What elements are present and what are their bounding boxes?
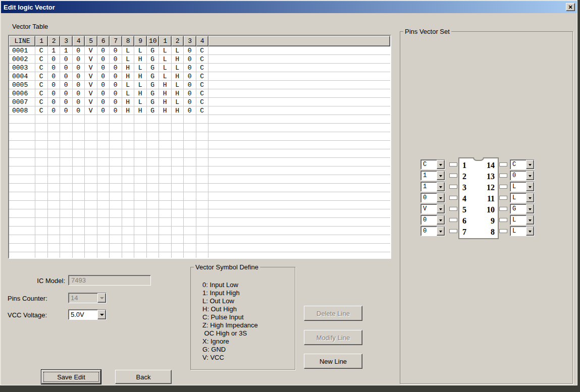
vector-cell[interactable]: L (134, 64, 147, 72)
column-header[interactable]: 3 (60, 36, 73, 46)
pin-select-dropdown-button[interactable] (437, 182, 445, 191)
empty-cell[interactable] (85, 235, 97, 244)
table-row[interactable]: 0002C000V00LHGLH0C (9, 55, 390, 64)
empty-cell[interactable] (159, 166, 172, 175)
line-number-cell[interactable]: 0002 (9, 55, 35, 64)
empty-cell[interactable] (48, 201, 61, 209)
vector-cell[interactable]: L (172, 98, 184, 106)
pin-select[interactable]: 0 (510, 171, 535, 181)
empty-cell[interactable] (110, 166, 122, 175)
empty-cell[interactable] (184, 158, 196, 166)
vector-cell[interactable]: H (172, 89, 184, 98)
empty-cell[interactable] (147, 175, 160, 184)
vector-cell[interactable]: C (196, 72, 209, 81)
pin-select[interactable]: L (510, 193, 535, 203)
vcc-voltage-dropdown-button[interactable] (97, 310, 106, 319)
column-header[interactable]: 6 (97, 36, 110, 46)
empty-cell[interactable] (35, 209, 48, 218)
empty-cell[interactable] (147, 218, 160, 227)
empty-cell[interactable] (122, 184, 135, 192)
empty-cell[interactable] (73, 201, 85, 209)
empty-cell[interactable] (85, 218, 97, 227)
empty-cell[interactable] (48, 166, 61, 175)
vector-cell[interactable]: C (196, 98, 209, 106)
vector-cell[interactable]: C (196, 46, 209, 55)
vector-cell[interactable]: H (172, 55, 184, 64)
empty-cell[interactable] (196, 218, 209, 227)
pin-select[interactable]: L (510, 182, 535, 192)
line-number-cell[interactable]: 0004 (9, 72, 35, 81)
line-number-cell[interactable]: 0003 (9, 64, 35, 72)
vector-cell[interactable]: H (172, 72, 184, 81)
vector-cell[interactable]: 0 (184, 64, 196, 72)
empty-row[interactable] (9, 227, 390, 235)
vector-cell[interactable]: L (172, 46, 184, 55)
vector-cell[interactable]: G (147, 98, 160, 106)
empty-cell[interactable] (196, 244, 209, 252)
vector-cell[interactable]: H (134, 89, 147, 98)
column-header[interactable]: LINE (9, 36, 35, 46)
empty-row[interactable] (9, 209, 390, 218)
vector-cell[interactable]: 0 (60, 72, 73, 81)
empty-cell[interactable] (184, 218, 196, 227)
empty-cell[interactable] (48, 252, 61, 259)
column-header[interactable]: 8 (122, 36, 135, 46)
vector-cell[interactable]: 0 (110, 55, 122, 64)
empty-cell[interactable] (97, 235, 110, 244)
pin-select-dropdown-button[interactable] (526, 171, 534, 180)
empty-cell[interactable] (134, 227, 147, 235)
empty-cell[interactable] (196, 209, 209, 218)
empty-cell[interactable] (147, 158, 160, 166)
column-header[interactable]: 4 (196, 36, 209, 46)
vector-cell[interactable]: 0 (110, 72, 122, 81)
vector-cell[interactable]: H (122, 64, 135, 72)
empty-cell[interactable] (85, 184, 97, 192)
empty-row[interactable] (9, 201, 390, 209)
empty-row[interactable] (9, 124, 390, 132)
empty-cell[interactable] (134, 235, 147, 244)
empty-row[interactable] (9, 132, 390, 141)
empty-cell[interactable] (48, 132, 61, 141)
vector-cell[interactable]: H (134, 106, 147, 115)
pin-select-dropdown-button[interactable] (526, 160, 534, 169)
vector-cell[interactable]: H (159, 81, 172, 89)
vcc-voltage-select[interactable]: 5.0V (68, 309, 107, 320)
vector-cell[interactable]: 1 (60, 46, 73, 55)
vector-cell[interactable]: C (35, 55, 48, 64)
pin-select[interactable]: 1 (420, 171, 445, 181)
empty-row[interactable] (9, 115, 390, 124)
table-row[interactable]: 0006C000V00LHGHH0C (9, 89, 390, 98)
vector-cell[interactable]: H (134, 72, 147, 81)
vector-cell[interactable]: 0 (73, 81, 85, 89)
empty-cell[interactable] (147, 124, 160, 132)
vector-cell[interactable]: 0 (73, 106, 85, 115)
pin-select-dropdown-button[interactable] (526, 204, 534, 213)
empty-cell[interactable] (9, 132, 35, 141)
empty-cell[interactable] (110, 132, 122, 141)
empty-cell[interactable] (85, 166, 97, 175)
vector-cell[interactable]: L (134, 46, 147, 55)
vector-cell[interactable]: G (147, 72, 160, 81)
empty-row[interactable] (9, 244, 390, 252)
empty-cell[interactable] (48, 209, 61, 218)
empty-cell[interactable] (184, 184, 196, 192)
vector-cell[interactable]: 0 (73, 72, 85, 81)
empty-cell[interactable] (85, 132, 97, 141)
empty-cell[interactable] (147, 141, 160, 149)
vector-cell[interactable]: 0 (97, 81, 110, 89)
vector-cell[interactable]: C (196, 55, 209, 64)
empty-row[interactable] (9, 184, 390, 192)
empty-cell[interactable] (97, 166, 110, 175)
empty-cell[interactable] (85, 227, 97, 235)
vector-cell[interactable]: 0 (60, 64, 73, 72)
empty-cell[interactable] (48, 115, 61, 124)
empty-cell[interactable] (110, 141, 122, 149)
empty-cell[interactable] (172, 132, 184, 141)
empty-cell[interactable] (122, 227, 135, 235)
vector-cell[interactable]: 0 (184, 72, 196, 81)
empty-cell[interactable] (147, 166, 160, 175)
empty-cell[interactable] (85, 244, 97, 252)
empty-cell[interactable] (134, 244, 147, 252)
empty-cell[interactable] (159, 218, 172, 227)
empty-row[interactable] (9, 141, 390, 149)
